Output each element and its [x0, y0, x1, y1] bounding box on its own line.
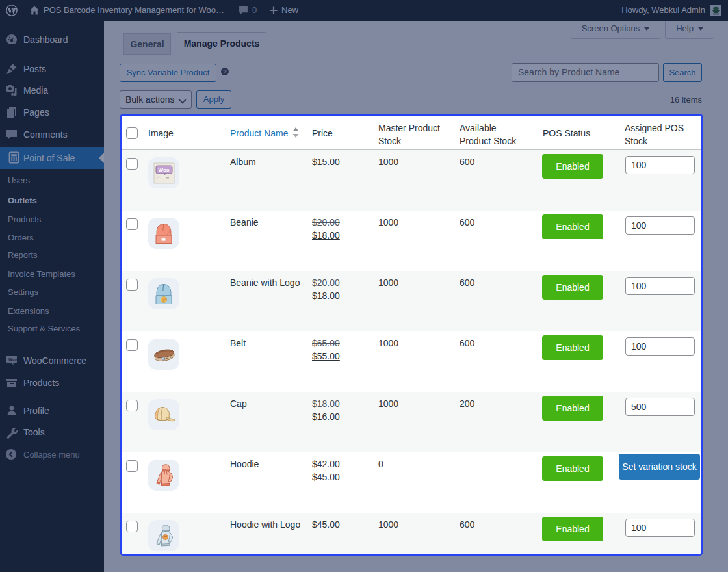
svg-text:Woo: Woo	[159, 167, 170, 173]
